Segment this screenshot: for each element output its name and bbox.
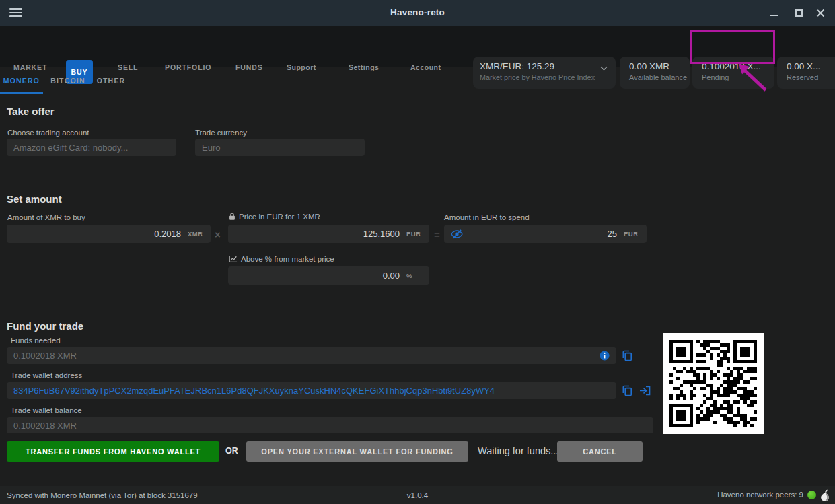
wallet-qr-code [663,333,764,434]
trading-account-select[interactable]: Amazon eGift Card: nobody... [7,139,176,156]
open-wallet-icon[interactable] [639,386,651,396]
tor-onion-icon [820,489,830,501]
amount-label: Amount of XMR to buy [7,213,85,221]
amount-input[interactable]: 0.2018 XMR [7,225,211,243]
maximize-icon [795,9,803,17]
minimize-icon [770,15,778,17]
wallet-address-value: 834P6FuB67V92ithdyTpPCX2mzqdEuPFATEJRBcn… [13,386,495,396]
version-text: v1.0.4 [0,491,835,499]
trading-account-label: Choose trading account [7,129,89,137]
tab-monero[interactable]: MONERO [0,67,43,94]
eye-slash-icon[interactable] [451,229,463,239]
waiting-status-text: Waiting for funds... [478,445,558,456]
peers-group: Haveno network peers: 9 [717,489,830,501]
fund-trade-heading: Fund your trade [7,320,83,332]
spend-input[interactable]: 25 EUR [444,225,647,243]
spend-label: Amount in EUR to spend [444,213,530,221]
wallet-balance-value: 0.1002018 XMR [13,421,77,431]
copy-icon[interactable] [622,385,632,396]
main-navbar: MARKET BUY SELL PORTFOLIO FUNDS Support … [0,26,835,67]
wallet-address-label: Trade wallet address [11,371,82,380]
titlebar: Haveno-reto [0,0,835,26]
window-title: Haveno-reto [0,7,835,17]
trading-account-value: Amazon eGift Card: nobody... [13,143,128,153]
amount-value: 0.2018 [13,229,181,239]
copy-icon[interactable] [622,350,632,361]
wallet-balance-label: Trade wallet balance [11,406,82,415]
spend-suffix: EUR [624,230,640,238]
close-icon [816,9,825,17]
deviation-value: 0.00 [235,271,400,281]
trade-currency-select[interactable]: Euro [195,139,365,156]
equals-sign: = [434,229,440,240]
funds-needed-label: Funds needed [11,336,61,345]
minimize-button[interactable] [762,0,787,26]
price-value: 125.1600 [235,229,400,239]
price-suffix: EUR [406,230,423,238]
lock-icon [229,212,235,221]
currency-tabbar: MONERO BITCOIN OTHER [0,67,835,94]
wallet-balance-field: 0.1002018 XMR [7,417,653,433]
set-amount-heading: Set amount [7,193,62,205]
close-button[interactable] [808,0,832,26]
take-offer-heading: Take offer [7,106,55,117]
spend-value: 25 [466,229,617,239]
amount-suffix: XMR [188,230,204,238]
trade-currency-label: Trade currency [195,129,247,137]
status-footer: Synced with Monero Mainnet (via Tor) at … [0,486,835,504]
price-label-text: Price in EUR for 1 XMR [239,213,320,221]
price-input[interactable]: 125.1600 EUR [228,225,429,243]
qr-code-image [663,333,764,434]
info-icon[interactable] [600,351,610,361]
maximize-button[interactable] [787,0,811,26]
connection-status-icon [807,491,816,499]
external-wallet-button[interactable]: OPEN YOUR EXTERNAL WALLET FOR FUNDING [246,441,468,462]
deviation-input[interactable]: 0.00 % [228,266,429,285]
cancel-button[interactable]: CANCEL [557,441,643,462]
trend-chart-icon [229,255,238,263]
tab-bitcoin[interactable]: BITCOIN [48,67,87,94]
funds-needed-field: 0.1002018 XMR [7,347,616,364]
or-label: OR [225,446,238,456]
multiply-sign: × [215,229,221,240]
network-peers-link[interactable]: Haveno network peers: 9 [717,491,803,499]
deviation-label: Above % from market price [229,255,334,263]
wallet-address-field[interactable]: 834P6FuB67V92ithdyTpPCX2mzqdEuPFATEJRBcn… [7,382,616,399]
trade-currency-value: Euro [202,143,220,153]
transfer-funds-button[interactable]: TRANSFER FUNDS FROM HAVENO WALLET [7,441,219,462]
deviation-suffix: % [406,272,423,279]
deviation-label-text: Above % from market price [241,255,334,263]
tab-other[interactable]: OTHER [94,67,128,94]
price-label: Price in EUR for 1 XMR [229,212,320,221]
funds-needed-value: 0.1002018 XMR [13,351,600,361]
